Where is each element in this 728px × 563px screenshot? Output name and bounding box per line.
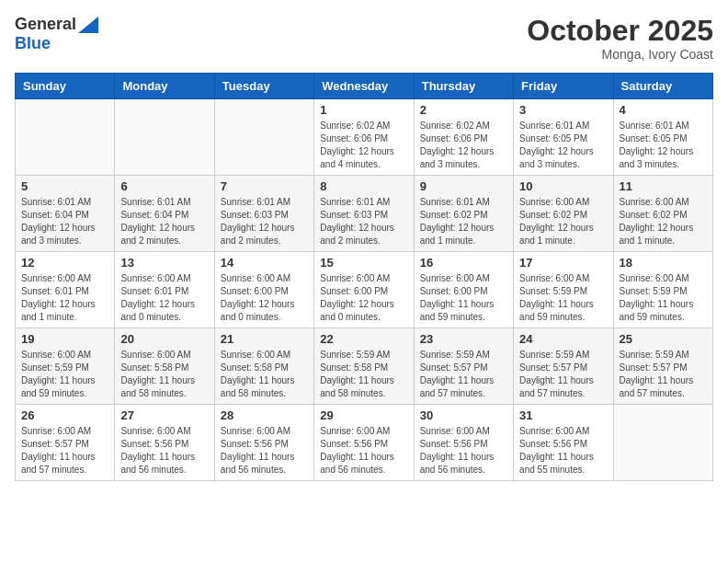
day-number: 7 — [221, 179, 308, 193]
day-info: Sunrise: 6:02 AM Sunset: 6:06 PM Dayligh… — [420, 120, 507, 171]
day-number: 2 — [420, 103, 507, 117]
calendar-week-row: 1Sunrise: 6:02 AM Sunset: 6:06 PM Daylig… — [16, 99, 713, 176]
day-number: 26 — [21, 408, 108, 422]
day-info: Sunrise: 6:00 AM Sunset: 5:57 PM Dayligh… — [21, 425, 108, 477]
calendar-cell: 28Sunrise: 6:00 AM Sunset: 5:56 PM Dayli… — [214, 405, 313, 481]
day-info: Sunrise: 6:00 AM Sunset: 5:56 PM Dayligh… — [420, 425, 507, 477]
day-number: 28 — [221, 408, 308, 422]
day-info: Sunrise: 6:02 AM Sunset: 6:06 PM Dayligh… — [320, 120, 407, 171]
calendar-cell: 18Sunrise: 6:00 AM Sunset: 5:59 PM Dayli… — [613, 252, 712, 328]
day-info: Sunrise: 6:00 AM Sunset: 5:56 PM Dayligh… — [519, 425, 607, 477]
day-info: Sunrise: 6:00 AM Sunset: 5:58 PM Dayligh… — [221, 349, 308, 400]
calendar-cell — [16, 99, 115, 176]
calendar-week-row: 5Sunrise: 6:01 AM Sunset: 6:04 PM Daylig… — [16, 176, 713, 252]
calendar-cell: 26Sunrise: 6:00 AM Sunset: 5:57 PM Dayli… — [16, 405, 115, 481]
calendar-cell: 14Sunrise: 6:00 AM Sunset: 6:00 PM Dayli… — [214, 252, 313, 328]
calendar-cell: 2Sunrise: 6:02 AM Sunset: 6:06 PM Daylig… — [414, 99, 513, 176]
calendar-cell: 21Sunrise: 6:00 AM Sunset: 5:58 PM Dayli… — [214, 328, 313, 405]
calendar-cell: 15Sunrise: 6:00 AM Sunset: 6:00 PM Dayli… — [314, 252, 414, 328]
day-number: 11 — [620, 179, 707, 193]
calendar-day-header: Tuesday — [214, 74, 313, 99]
day-info: Sunrise: 6:00 AM Sunset: 5:59 PM Dayligh… — [519, 272, 607, 324]
calendar-cell: 19Sunrise: 6:00 AM Sunset: 5:59 PM Dayli… — [16, 328, 115, 405]
svg-marker-0 — [78, 17, 98, 33]
day-number: 6 — [120, 179, 208, 193]
day-number: 13 — [120, 256, 208, 270]
calendar-cell: 17Sunrise: 6:00 AM Sunset: 5:59 PM Dayli… — [514, 252, 613, 328]
calendar-week-row: 26Sunrise: 6:00 AM Sunset: 5:57 PM Dayli… — [16, 405, 713, 481]
calendar-cell: 22Sunrise: 5:59 AM Sunset: 5:58 PM Dayli… — [314, 328, 414, 405]
calendar-cell — [214, 99, 313, 176]
calendar-day-header: Sunday — [16, 74, 115, 99]
day-number: 3 — [519, 103, 607, 117]
day-info: Sunrise: 6:01 AM Sunset: 6:05 PM Dayligh… — [519, 120, 607, 171]
day-info: Sunrise: 6:00 AM Sunset: 6:00 PM Dayligh… — [420, 272, 507, 324]
calendar-cell: 6Sunrise: 6:01 AM Sunset: 6:04 PM Daylig… — [115, 176, 214, 252]
day-number: 8 — [320, 179, 407, 193]
day-number: 14 — [221, 256, 308, 270]
day-info: Sunrise: 5:59 AM Sunset: 5:57 PM Dayligh… — [620, 349, 707, 400]
calendar-cell: 29Sunrise: 6:00 AM Sunset: 5:56 PM Dayli… — [314, 405, 414, 481]
day-info: Sunrise: 6:00 AM Sunset: 6:00 PM Dayligh… — [320, 272, 407, 324]
day-number: 17 — [519, 256, 607, 270]
day-info: Sunrise: 6:00 AM Sunset: 6:01 PM Dayligh… — [120, 272, 208, 324]
day-number: 1 — [320, 103, 407, 117]
day-number: 15 — [320, 256, 407, 270]
calendar-cell: 8Sunrise: 6:01 AM Sunset: 6:03 PM Daylig… — [314, 176, 414, 252]
day-info: Sunrise: 6:00 AM Sunset: 6:01 PM Dayligh… — [21, 272, 108, 324]
day-number: 10 — [519, 179, 607, 193]
title-block: October 2025 Monga, Ivory Coast — [527, 15, 713, 62]
calendar-cell: 11Sunrise: 6:00 AM Sunset: 6:02 PM Dayli… — [613, 176, 712, 252]
day-info: Sunrise: 6:00 AM Sunset: 5:59 PM Dayligh… — [620, 272, 707, 324]
day-info: Sunrise: 6:00 AM Sunset: 6:02 PM Dayligh… — [620, 196, 707, 247]
day-number: 21 — [221, 332, 308, 346]
location-text: Monga, Ivory Coast — [527, 47, 713, 62]
calendar-cell — [613, 405, 712, 481]
calendar-day-header: Wednesday — [314, 74, 414, 99]
day-number: 23 — [420, 332, 507, 346]
calendar-cell: 30Sunrise: 6:00 AM Sunset: 5:56 PM Dayli… — [414, 405, 513, 481]
calendar-day-header: Friday — [514, 74, 613, 99]
day-info: Sunrise: 6:00 AM Sunset: 5:59 PM Dayligh… — [21, 349, 108, 400]
day-info: Sunrise: 6:00 AM Sunset: 6:00 PM Dayligh… — [221, 272, 308, 324]
day-number: 4 — [620, 103, 707, 117]
calendar-day-header: Monday — [115, 74, 214, 99]
calendar-cell: 23Sunrise: 5:59 AM Sunset: 5:57 PM Dayli… — [414, 328, 513, 405]
day-number: 29 — [320, 408, 407, 422]
calendar-cell: 27Sunrise: 6:00 AM Sunset: 5:56 PM Dayli… — [115, 405, 214, 481]
day-number: 24 — [519, 332, 607, 346]
calendar-cell: 3Sunrise: 6:01 AM Sunset: 6:05 PM Daylig… — [514, 99, 613, 176]
calendar-cell: 31Sunrise: 6:00 AM Sunset: 5:56 PM Dayli… — [514, 405, 613, 481]
calendar-week-row: 12Sunrise: 6:00 AM Sunset: 6:01 PM Dayli… — [16, 252, 713, 328]
day-info: Sunrise: 6:00 AM Sunset: 6:02 PM Dayligh… — [519, 196, 607, 247]
logo-icon — [78, 17, 98, 33]
day-info: Sunrise: 5:59 AM Sunset: 5:58 PM Dayligh… — [320, 349, 407, 400]
calendar-cell: 10Sunrise: 6:00 AM Sunset: 6:02 PM Dayli… — [514, 176, 613, 252]
calendar-cell: 13Sunrise: 6:00 AM Sunset: 6:01 PM Dayli… — [115, 252, 214, 328]
day-number: 22 — [320, 332, 407, 346]
day-info: Sunrise: 6:01 AM Sunset: 6:05 PM Dayligh… — [620, 120, 707, 171]
calendar-cell: 12Sunrise: 6:00 AM Sunset: 6:01 PM Dayli… — [16, 252, 115, 328]
logo: General Blue — [15, 15, 98, 53]
day-number: 27 — [120, 408, 208, 422]
calendar-day-header: Saturday — [613, 74, 712, 99]
calendar-cell: 16Sunrise: 6:00 AM Sunset: 6:00 PM Dayli… — [414, 252, 513, 328]
page-header: General Blue October 2025 Monga, Ivory C… — [15, 15, 713, 62]
day-number: 16 — [420, 256, 507, 270]
calendar-cell: 24Sunrise: 5:59 AM Sunset: 5:57 PM Dayli… — [514, 328, 613, 405]
month-title: October 2025 — [527, 15, 713, 47]
calendar-week-row: 19Sunrise: 6:00 AM Sunset: 5:59 PM Dayli… — [16, 328, 713, 405]
day-number: 5 — [21, 179, 108, 193]
calendar-cell: 20Sunrise: 6:00 AM Sunset: 5:58 PM Dayli… — [115, 328, 214, 405]
calendar-header-row: SundayMondayTuesdayWednesdayThursdayFrid… — [16, 74, 713, 99]
calendar-day-header: Thursday — [414, 74, 513, 99]
day-number: 25 — [620, 332, 707, 346]
calendar-cell: 1Sunrise: 6:02 AM Sunset: 6:06 PM Daylig… — [314, 99, 414, 176]
day-info: Sunrise: 6:01 AM Sunset: 6:02 PM Dayligh… — [420, 196, 507, 247]
calendar-cell — [115, 99, 214, 176]
day-number: 31 — [519, 408, 607, 422]
day-number: 19 — [21, 332, 108, 346]
day-info: Sunrise: 5:59 AM Sunset: 5:57 PM Dayligh… — [519, 349, 607, 400]
day-number: 9 — [420, 179, 507, 193]
day-number: 20 — [120, 332, 208, 346]
